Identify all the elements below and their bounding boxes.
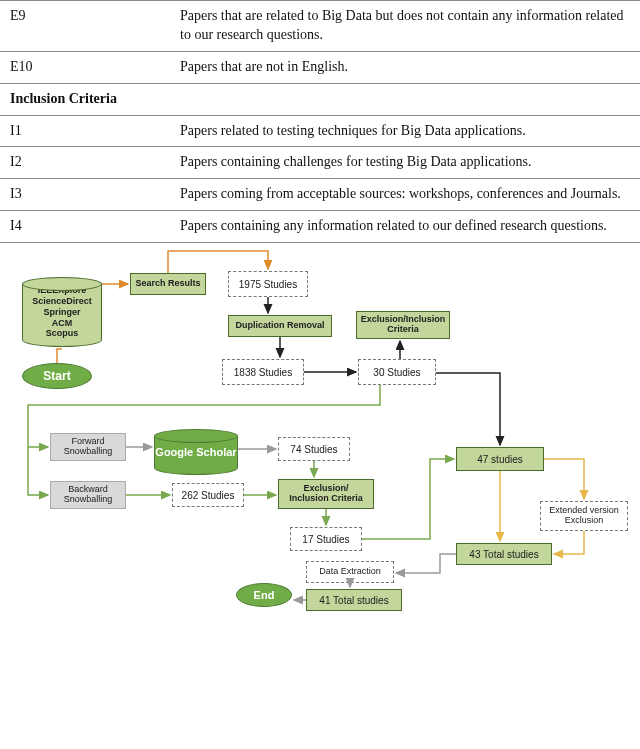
extended-version-exclusion: Extended version Exclusion: [540, 501, 628, 531]
criteria-description: Papers related to testing techniques for…: [170, 115, 640, 147]
criteria-description: Papers containing any information relate…: [170, 211, 640, 243]
exclusion-inclusion-box: Exclusion/Inclusion Criteria: [356, 311, 450, 339]
duplication-removal-box: Duplication Removal: [228, 315, 332, 337]
criteria-code: I1: [0, 115, 170, 147]
criteria-description: Papers that are not in English.: [170, 51, 640, 83]
criteria-code: I3: [0, 179, 170, 211]
search-results-box: Search Results: [130, 273, 206, 295]
total-43: 43 Total studies: [456, 543, 552, 565]
studies-30: 30 Studies: [358, 359, 436, 385]
criteria-description: Papers coming from acceptable sources: w…: [170, 179, 640, 211]
start-node: Start: [22, 363, 92, 389]
studies-262: 262 Studies: [172, 483, 244, 507]
backward-snowballing: Backward Snowballing: [50, 481, 126, 509]
google-scholar-db: Google Scholar: [154, 429, 238, 475]
exclusion-inclusion-2: Exclusion/ Inclusion Criteria: [278, 479, 374, 509]
sources-db: IEEEXplore ScienceDirect Springer ACM Sc…: [22, 277, 102, 347]
studies-17: 17 Studies: [290, 527, 362, 551]
criteria-code: Inclusion Criteria: [0, 83, 170, 115]
criteria-code: E9: [0, 1, 170, 52]
criteria-code: I2: [0, 147, 170, 179]
criteria-description: [170, 83, 640, 115]
studies-1975: 1975 Studies: [228, 271, 308, 297]
criteria-code: I4: [0, 211, 170, 243]
criteria-description: Papers containing challenges for testing…: [170, 147, 640, 179]
studies-74: 74 Studies: [278, 437, 350, 461]
forward-snowballing: Forward Snowballing: [50, 433, 126, 461]
total-41: 41 Total studies: [306, 589, 402, 611]
data-extraction: Data Extraction: [306, 561, 394, 583]
methodology-flowchart: IEEEXplore ScienceDirect Springer ACM Sc…: [0, 243, 640, 615]
criteria-description: Papers that are related to Big Data but …: [170, 1, 640, 52]
criteria-table: E9Papers that are related to Big Data bu…: [0, 0, 640, 243]
studies-47: 47 studies: [456, 447, 544, 471]
criteria-code: E10: [0, 51, 170, 83]
studies-1838: 1838 Studies: [222, 359, 304, 385]
end-node: End: [236, 583, 292, 607]
